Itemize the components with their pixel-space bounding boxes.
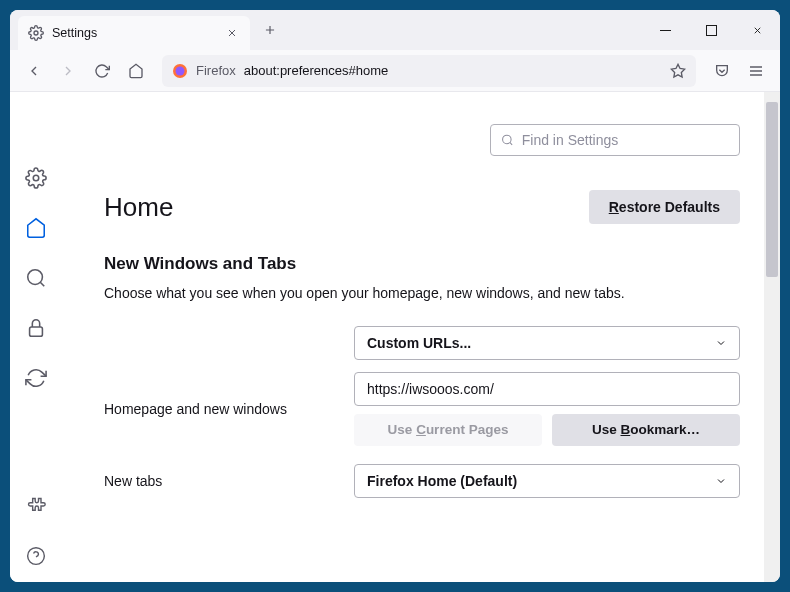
urlbar-path: about:preferences#home [244,63,389,78]
restore-defaults-button[interactable]: Restore Defaults [589,190,740,224]
urlbar-identity: Firefox [196,63,236,78]
svg-point-15 [33,175,39,181]
sidebar-item-search[interactable] [20,262,52,294]
newtabs-select[interactable]: Firefox Home (Default) [354,464,740,498]
tab-title: Settings [52,26,216,40]
sidebar-item-home[interactable] [20,212,52,244]
search-input[interactable] [490,124,740,156]
svg-point-10 [176,66,185,75]
svg-point-0 [34,31,38,35]
close-button[interactable] [734,10,780,50]
home-button[interactable] [120,55,152,87]
svg-point-21 [503,135,511,143]
homepage-label: Homepage and new windows [104,401,334,417]
maximize-button[interactable] [688,10,734,50]
select-value: Custom URLs... [367,335,471,351]
forward-button[interactable] [52,55,84,87]
close-icon[interactable] [224,25,240,41]
section-description: Choose what you see when you open your h… [104,284,740,304]
svg-point-16 [28,270,43,285]
window-controls [642,10,780,50]
svg-point-19 [28,548,45,565]
gear-icon [28,25,44,41]
use-bookmark-button[interactable]: Use Bookmark… [552,414,740,446]
url-bar[interactable]: Firefox about:preferences#home [162,55,696,87]
select-value: Firefox Home (Default) [367,473,517,489]
use-current-pages-button[interactable]: Use Current Pages [354,414,542,446]
toolbar: Firefox about:preferences#home [10,50,780,92]
new-tab-button[interactable] [256,16,284,44]
sidebar-item-general[interactable] [20,162,52,194]
chevron-down-icon [715,337,727,349]
scrollbar-thumb[interactable] [766,102,778,277]
svg-rect-18 [30,327,43,336]
content-area: Home Restore Defaults New Windows and Ta… [10,92,780,582]
sidebar-item-extensions[interactable] [20,490,52,522]
settings-panel: Home Restore Defaults New Windows and Ta… [62,92,780,582]
category-sidebar [10,92,62,582]
back-button[interactable] [18,55,50,87]
svg-line-17 [40,282,44,286]
browser-window: Settings Firefox about:preferences#home [10,10,780,582]
search-icon [501,133,514,147]
sidebar-item-sync[interactable] [20,362,52,394]
titlebar: Settings [10,10,780,50]
svg-marker-11 [671,64,684,77]
svg-line-22 [510,142,512,144]
reload-button[interactable] [86,55,118,87]
chevron-down-icon [715,475,727,487]
pocket-button[interactable] [706,55,738,87]
vertical-scrollbar[interactable] [764,92,780,582]
page-title: Home [104,192,173,223]
tab-settings[interactable]: Settings [18,16,250,50]
minimize-button[interactable] [642,10,688,50]
newtabs-label: New tabs [104,473,334,489]
svg-rect-6 [706,25,716,35]
homepage-url-input[interactable] [354,372,740,406]
firefox-icon [172,63,188,79]
section-title: New Windows and Tabs [104,254,740,274]
svg-rect-5 [660,30,671,31]
sidebar-item-help[interactable] [20,540,52,572]
homepage-mode-select[interactable]: Custom URLs... [354,326,740,360]
bookmark-star-icon[interactable] [670,63,686,79]
sidebar-item-privacy[interactable] [20,312,52,344]
search-field[interactable] [522,132,729,148]
app-menu-button[interactable] [740,55,772,87]
